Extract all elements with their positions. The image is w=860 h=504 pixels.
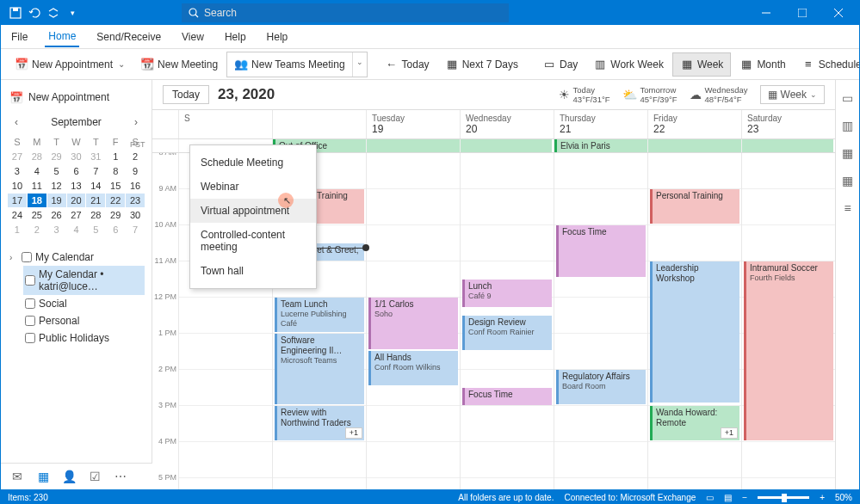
next-month-button[interactable]: ›: [133, 114, 139, 130]
today-button[interactable]: ←Today: [378, 52, 436, 77]
mini-cal-day[interactable]: 30: [67, 150, 86, 163]
day-column[interactable]: 1/1 CarlosSohoAll HandsConf Room Wilkins: [366, 153, 460, 489]
day-header[interactable]: [272, 110, 366, 138]
day-column[interactable]: Intramural SoccerFourth Fields: [741, 153, 835, 489]
mini-cal-day[interactable]: 19: [47, 194, 66, 207]
tree-root[interactable]: › My Calendar: [8, 249, 145, 266]
mini-cal-day[interactable]: 14: [86, 179, 105, 193]
mini-cal-day[interactable]: 20: [67, 194, 86, 207]
calendar-event[interactable]: Regulatory AffairsBoard Room: [556, 370, 646, 404]
menu-help-2[interactable]: Help: [263, 28, 292, 46]
close-button[interactable]: [821, 1, 856, 25]
teams-dropdown-arrow[interactable]: ⌄: [352, 52, 367, 77]
mini-cal-day[interactable]: 1: [106, 150, 125, 163]
zoom-slider[interactable]: [758, 496, 809, 499]
mail-icon[interactable]: ✉: [9, 469, 25, 484]
checkbox[interactable]: [25, 275, 35, 286]
calendar-event[interactable]: Focus Time: [462, 388, 552, 405]
mini-cal-day[interactable]: 28: [86, 208, 105, 222]
zoom-out-icon[interactable]: −: [742, 493, 747, 502]
dropdown-option[interactable]: Schedule Meeting: [190, 151, 316, 175]
day-header[interactable]: S: [178, 110, 272, 138]
mini-cal-day[interactable]: 10: [8, 179, 27, 193]
mini-cal-day[interactable]: 29: [106, 208, 125, 222]
dropdown-option[interactable]: Controlled-content meeting: [190, 223, 316, 259]
calendar-event[interactable]: 1/1 CarlosSoho: [368, 298, 458, 349]
menu-view[interactable]: View: [178, 28, 207, 46]
calendar-event[interactable]: Software Engineering Il…Microsoft Teams: [275, 334, 364, 404]
mini-cal-day[interactable]: 8: [106, 164, 125, 178]
tree-item[interactable]: Social: [23, 295, 145, 312]
rail-week-icon[interactable]: ▦: [840, 145, 856, 161]
today-jump-button[interactable]: Today: [163, 85, 209, 104]
search-input[interactable]: [204, 7, 502, 19]
checkbox[interactable]: [25, 333, 35, 343]
menu-help[interactable]: Help: [221, 28, 250, 46]
schedule-view-button[interactable]: ≡Schedule View: [795, 52, 860, 77]
day-column[interactable]: LunchCafé 9Design ReviewConf Room Rainie…: [460, 153, 554, 489]
view-list-icon[interactable]: ▤: [724, 493, 732, 502]
mini-cal-day[interactable]: 12: [47, 179, 66, 193]
zoom-in-icon[interactable]: +: [820, 493, 825, 502]
calendar-event[interactable]: LunchCafé 9: [462, 280, 552, 307]
mini-cal-day[interactable]: 24: [8, 208, 27, 222]
rail-month-icon[interactable]: ▦: [840, 173, 856, 188]
mini-cal-day[interactable]: 2: [28, 223, 46, 237]
day-header[interactable]: Wednesday20: [460, 110, 554, 138]
day-header[interactable]: Friday22: [647, 110, 741, 138]
mini-cal-day[interactable]: 28: [28, 150, 46, 163]
search-box[interactable]: [182, 3, 509, 22]
checkbox[interactable]: [25, 298, 35, 309]
mini-cal-day[interactable]: 26: [47, 208, 66, 222]
send-receive-icon[interactable]: [47, 7, 59, 19]
mini-cal-day[interactable]: 11: [28, 179, 46, 193]
mini-cal-day[interactable]: 6: [106, 223, 125, 237]
rail-schedule-icon[interactable]: ≡: [840, 200, 856, 216]
mini-cal-day[interactable]: 13: [67, 179, 86, 193]
mini-cal-day[interactable]: 4: [28, 164, 46, 178]
calendar-event[interactable]: Personal Training: [650, 189, 739, 224]
mini-cal-day[interactable]: 16: [126, 179, 145, 193]
calendar-event[interactable]: All HandsConf Room Wilkins: [368, 351, 458, 385]
maximize-button[interactable]: [785, 1, 820, 25]
mini-cal-day[interactable]: 29: [47, 150, 66, 163]
qat-dropdown-icon[interactable]: ▾: [66, 7, 78, 19]
calendar-event[interactable]: Design ReviewConf Room Rainier: [462, 316, 552, 350]
view-selector[interactable]: ▦ Week ⌄: [760, 85, 825, 104]
mini-cal-day[interactable]: 22: [106, 194, 125, 207]
checkbox[interactable]: [25, 316, 35, 326]
calendar-event[interactable]: Leadership Workshop: [650, 261, 739, 403]
sidebar-new-appointment[interactable]: 📅 New Appointment: [8, 87, 145, 108]
more-icon[interactable]: ⋯: [113, 469, 128, 484]
people-icon[interactable]: 👤: [61, 469, 77, 484]
day-header[interactable]: Saturday23: [741, 110, 835, 138]
mini-cal-day[interactable]: 5: [47, 164, 66, 178]
calendar-event[interactable]: Team LunchLucerne Publishing Café: [275, 298, 364, 332]
mini-cal-day[interactable]: 7: [86, 164, 105, 178]
mini-cal-day[interactable]: 3: [8, 164, 27, 178]
calendar-nav-icon[interactable]: ▦: [35, 469, 51, 484]
calendar-event[interactable]: Wanda Howard: Remote+1: [650, 406, 739, 440]
mini-cal-day[interactable]: 4: [67, 223, 86, 237]
mini-cal-day[interactable]: 9: [126, 164, 145, 178]
day-column[interactable]: Focus TimeRegulatory AffairsBoard Room: [554, 153, 647, 489]
mini-cal-day[interactable]: 7: [126, 223, 145, 237]
tree-item[interactable]: Personal: [23, 312, 145, 329]
new-meeting-button[interactable]: 📆New Meeting: [133, 52, 225, 77]
rail-day-icon[interactable]: ▭: [840, 90, 856, 106]
tasks-icon[interactable]: ☑: [87, 469, 102, 484]
dropdown-option[interactable]: Town hall: [190, 259, 316, 283]
day-header[interactable]: Thursday21: [554, 110, 647, 138]
work-week-button[interactable]: ▥Work Week: [586, 52, 671, 77]
mini-cal-day[interactable]: 27: [8, 150, 27, 163]
save-icon[interactable]: [9, 7, 22, 19]
menu-send-receive[interactable]: Send/Receive: [93, 28, 164, 46]
mini-cal-day[interactable]: 30: [126, 208, 145, 222]
mini-cal-day[interactable]: 6: [67, 164, 86, 178]
tree-item[interactable]: Public Holidays: [23, 329, 145, 347]
menu-home[interactable]: Home: [45, 27, 79, 47]
new-appointment-button[interactable]: 📅New Appointment: [8, 52, 132, 77]
minimize-button[interactable]: [749, 1, 783, 25]
mini-cal-day[interactable]: 5: [86, 223, 105, 237]
week-button[interactable]: ▦Week: [672, 52, 731, 77]
